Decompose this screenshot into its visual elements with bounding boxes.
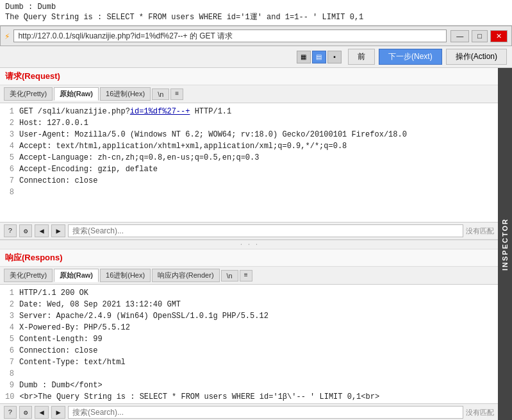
response-line-4: 4 X-Powered-By: PHP/5.5.12 xyxy=(5,322,493,333)
response-line-10: 10 <br>The Query String is : SELECT * FR… xyxy=(5,391,493,403)
response-section: 响应(Respons) 美化(Pretty) 原始(Raw) 16进制(Hex)… xyxy=(0,249,498,420)
minimize-button[interactable]: — xyxy=(450,30,469,42)
response-tab-newline[interactable]: \n xyxy=(221,270,238,281)
response-tabs: 美化(Pretty) 原始(Raw) 16进制(Hex) 响应内容(Render… xyxy=(0,267,498,285)
request-search-input[interactable] xyxy=(68,224,463,237)
request-line-8: 8 xyxy=(5,187,493,198)
view-small-button[interactable]: ▪ xyxy=(327,51,342,63)
toolbar: ▦ ▤ ▪ 前 下一步(Next) 操作(Action) xyxy=(0,46,512,68)
response-line-8: 8 xyxy=(5,368,493,380)
response-line-9: 9 Dumb : Dumb</font> xyxy=(5,380,493,391)
request-tab-hex[interactable]: 16进制(Hex) xyxy=(100,87,151,101)
response-back-button[interactable]: ◀ xyxy=(35,406,49,419)
request-section: 请求(Request) 美化(Pretty) 原始(Raw) 16进制(Hex)… xyxy=(0,68,498,240)
request-tab-menu[interactable]: ≡ xyxy=(170,88,183,100)
request-back-button[interactable]: ◀ xyxy=(35,224,49,237)
response-tab-raw[interactable]: 原始(Raw) xyxy=(54,269,99,282)
request-line-4: 4 Accept: text/html,application/xhtml+xm… xyxy=(5,140,493,152)
request-title-en: (Request) xyxy=(22,71,60,81)
restore-button[interactable]: □ xyxy=(472,30,488,42)
response-line-7: 7 Content-Type: text/html xyxy=(5,357,493,368)
response-line-2: 2 Date: Wed, 08 Sep 2021 13:12:40 GMT xyxy=(5,299,493,310)
request-help-button[interactable]: ? xyxy=(4,224,17,237)
response-tab-render[interactable]: 响应内容(Render) xyxy=(152,269,219,282)
response-settings-button[interactable]: ⚙ xyxy=(19,406,32,419)
request-line-1: 1 GET /sqli/kuanzijie.php?id=1%df%27--+ … xyxy=(5,106,493,117)
request-settings-button[interactable]: ⚙ xyxy=(19,224,32,237)
request-tab-newline[interactable]: \n xyxy=(152,88,169,100)
response-line-6: 6 Connection: close xyxy=(5,345,493,357)
request-title-zh: 请求 xyxy=(5,71,22,81)
url-input[interactable] xyxy=(13,29,447,42)
view-list-button[interactable]: ▤ xyxy=(312,51,326,63)
prev-button[interactable]: 前 xyxy=(348,49,375,65)
drag-handle[interactable]: · · · xyxy=(0,240,498,249)
console-output: Dumb : Dumb The Query String is : SELECT… xyxy=(0,0,512,26)
inspector-panel[interactable]: INSPECTOR xyxy=(498,68,512,420)
response-line-3: 3 Server: Apache/2.4.9 (Win64) OpenSSL/1… xyxy=(5,310,493,322)
view-toggles: ▦ ▤ ▪ xyxy=(297,51,342,63)
response-tab-menu[interactable]: ≡ xyxy=(240,270,252,281)
main-content: 请求(Request) 美化(Pretty) 原始(Raw) 16进制(Hex)… xyxy=(0,68,512,420)
console-line-1: Dumb : Dumb xyxy=(5,3,507,12)
request-line-5: 5 Accept-Language: zh-cn,zh;q=0.8,en-us;… xyxy=(5,152,493,164)
response-no-match: 没有匹配 xyxy=(466,408,494,417)
request-header: 请求(Request) xyxy=(0,68,498,85)
close-button[interactable]: ✕ xyxy=(490,30,508,42)
response-code-area: 1 HTTP/1.1 200 OK 2 Date: Wed, 08 Sep 20… xyxy=(0,285,498,403)
browser-bar: ⚡ — □ ✕ xyxy=(0,26,512,46)
response-forward-button[interactable]: ▶ xyxy=(51,406,65,419)
request-tabs: 美化(Pretty) 原始(Raw) 16进制(Hex) \n ≡ xyxy=(0,85,498,103)
console-line-2: The Query String is : SELECT * FROM user… xyxy=(5,12,507,22)
response-tab-pretty[interactable]: 美化(Pretty) xyxy=(4,269,53,282)
request-tab-raw[interactable]: 原始(Raw) xyxy=(54,87,99,101)
view-grid-button[interactable]: ▦ xyxy=(297,51,311,63)
request-forward-button[interactable]: ▶ xyxy=(51,224,65,237)
request-line-3: 3 User-Agent: Mozilla/5.0 (Windows NT 6.… xyxy=(5,129,493,140)
request-tab-pretty[interactable]: 美化(Pretty) xyxy=(4,87,53,101)
browser-controls: — □ ✕ xyxy=(450,30,508,42)
response-search-bar: ? ⚙ ◀ ▶ 没有匹配 xyxy=(0,403,498,420)
flash-icon: ⚡ xyxy=(4,31,10,42)
request-code-area: 1 GET /sqli/kuanzijie.php?id=1%df%27--+ … xyxy=(0,103,498,222)
response-help-button[interactable]: ? xyxy=(4,406,17,419)
request-line-7: 7 Connection: close xyxy=(5,175,493,187)
response-title-zh: 响应 xyxy=(5,253,22,262)
response-search-input[interactable] xyxy=(68,406,463,419)
next-button[interactable]: 下一步(Next) xyxy=(379,49,442,65)
action-button[interactable]: 操作(Action) xyxy=(446,49,507,65)
response-line-1: 1 HTTP/1.1 200 OK xyxy=(5,287,493,299)
request-no-match: 没有匹配 xyxy=(466,226,494,236)
request-line-2: 2 Host: 127.0.0.1 xyxy=(5,117,493,129)
response-tab-hex[interactable]: 16进制(Hex) xyxy=(100,269,151,282)
response-header: 响应(Respons) xyxy=(0,249,498,267)
http-panels: 请求(Request) 美化(Pretty) 原始(Raw) 16进制(Hex)… xyxy=(0,68,498,420)
request-search-bar: ? ⚙ ◀ ▶ 没有匹配 xyxy=(0,222,498,239)
response-line-5: 5 Content-Length: 99 xyxy=(5,333,493,345)
response-title-en: (Respons) xyxy=(22,253,63,262)
request-line-6: 6 Accept-Encoding: gzip, deflate xyxy=(5,164,493,175)
